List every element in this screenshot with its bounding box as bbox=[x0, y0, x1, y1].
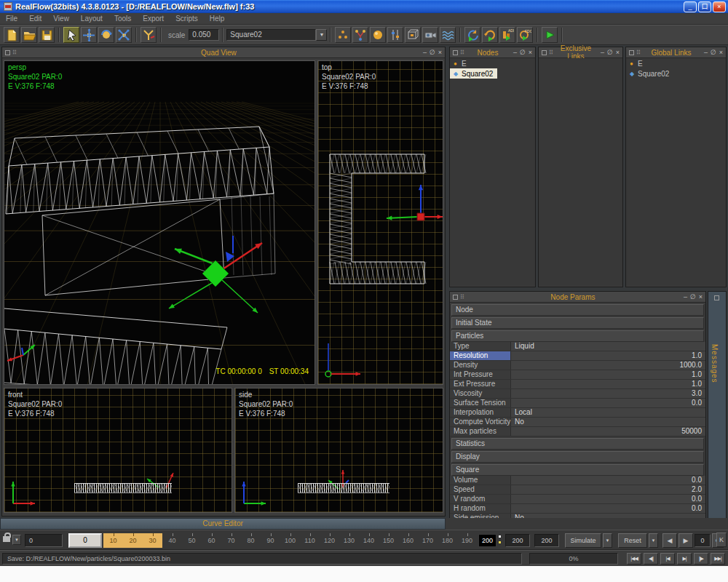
timeline-tick-20[interactable]: 20 bbox=[123, 533, 143, 548]
tree-item-e[interactable]: ●E bbox=[450, 58, 535, 68]
viewport-top[interactable]: top Square02 PAR:0 E V:376 F:748 bbox=[317, 60, 443, 385]
lock-icon[interactable] bbox=[3, 536, 10, 542]
menu-item-scripts[interactable]: Scripts bbox=[175, 15, 198, 23]
panel-grip-icon[interactable]: ⠿ bbox=[460, 50, 465, 55]
param-section-statistics[interactable]: Statistics bbox=[451, 438, 704, 450]
timeline-tick-140[interactable]: 140 bbox=[359, 533, 379, 548]
node-selector-dropdown-icon[interactable]: ▼ bbox=[316, 29, 327, 41]
timeline-tick-90[interactable]: 90 bbox=[261, 533, 280, 548]
timeline-offset-input[interactable]: 0 bbox=[25, 534, 63, 547]
run-simulation-button[interactable] bbox=[482, 27, 498, 43]
param-section-initial-state[interactable]: Initial State bbox=[451, 317, 704, 329]
timeline-tick-70[interactable]: 70 bbox=[221, 533, 241, 548]
scale-input[interactable]: 0.050 bbox=[189, 29, 219, 41]
param-value[interactable]: 1000.0 bbox=[511, 361, 705, 370]
param-value[interactable]: 0.0 bbox=[511, 495, 705, 503]
param-label[interactable]: Type bbox=[450, 342, 511, 351]
timeline-tick-180[interactable]: 180 bbox=[438, 533, 457, 548]
tree-item-square02[interactable]: ◆Square02 bbox=[626, 68, 726, 79]
panel-float-icon[interactable]: ∅ bbox=[607, 49, 613, 56]
current-frame-box[interactable]: 0 bbox=[68, 533, 102, 548]
timeline-tick-30[interactable]: 30 bbox=[143, 533, 162, 548]
goto-start-button[interactable]: |◀◀ bbox=[627, 553, 641, 565]
messages-tab[interactable]: Messages bbox=[711, 344, 719, 383]
param-value[interactable]: 3.0 bbox=[511, 389, 705, 398]
panel-close-icon[interactable]: × bbox=[438, 49, 442, 56]
new-scene-button[interactable] bbox=[4, 27, 20, 43]
open-scene-button[interactable] bbox=[21, 27, 37, 43]
param-label[interactable]: Interpolation bbox=[450, 408, 511, 417]
menu-item-tools[interactable]: Tools bbox=[114, 15, 131, 23]
panel-close-icon[interactable]: × bbox=[529, 49, 532, 56]
next-keyframe-button[interactable]: ||▶ bbox=[694, 553, 708, 565]
viewport-side[interactable]: side Square02 PAR:0 E V:376 F:748 bbox=[234, 388, 443, 513]
particles-view-button[interactable] bbox=[335, 27, 351, 43]
panel-dock-icon[interactable] bbox=[629, 50, 634, 55]
param-value[interactable]: 0.0 bbox=[511, 504, 705, 513]
range-marker-top[interactable] bbox=[498, 535, 502, 538]
global-params-button[interactable] bbox=[387, 27, 403, 43]
mesh-button[interactable] bbox=[405, 27, 421, 43]
menu-item-export[interactable]: Export bbox=[143, 15, 164, 23]
param-label[interactable]: Resolution bbox=[450, 351, 511, 360]
simulate-add-button[interactable]: ADD bbox=[499, 27, 515, 43]
timeline-tick-50[interactable]: 50 bbox=[182, 533, 202, 548]
panel-float-icon[interactable]: ∅ bbox=[690, 293, 696, 300]
step-back-button[interactable]: ◀ bbox=[662, 533, 677, 548]
param-section-node[interactable]: Node bbox=[451, 304, 704, 316]
timeline-options-dropdown-icon[interactable]: ▼ bbox=[12, 535, 21, 545]
camera-button[interactable] bbox=[422, 27, 438, 43]
param-section-display[interactable]: Display bbox=[451, 451, 704, 463]
save-scene-button[interactable] bbox=[39, 27, 55, 43]
simulate-button[interactable]: Simulate bbox=[565, 533, 601, 548]
sphere-object-button[interactable] bbox=[370, 27, 386, 43]
param-section-particles[interactable]: Particles bbox=[451, 330, 704, 342]
param-value[interactable]: 1.0 bbox=[511, 370, 705, 379]
panel-dock-icon[interactable] bbox=[5, 50, 10, 55]
tree-item-square02[interactable]: ◆Square02 bbox=[450, 68, 497, 79]
simulate-dropdown-icon[interactable]: ▼ bbox=[603, 533, 612, 548]
timeline-tick-150[interactable]: 150 bbox=[379, 533, 398, 548]
param-label[interactable]: Viscosity bbox=[450, 389, 511, 398]
param-label[interactable]: Surface Tension bbox=[450, 399, 511, 407]
panel-grip-icon[interactable]: ⠿ bbox=[549, 50, 554, 55]
panel-grip-icon[interactable]: ⠿ bbox=[12, 50, 17, 55]
param-label[interactable]: Max particles bbox=[450, 427, 511, 436]
param-label[interactable]: V random bbox=[450, 495, 511, 503]
param-value[interactable]: Local bbox=[511, 408, 705, 417]
timeline-tick-130[interactable]: 130 bbox=[339, 533, 359, 548]
reset-simulation-button[interactable] bbox=[464, 27, 480, 43]
panel-close-icon[interactable]: × bbox=[699, 293, 703, 300]
timeline-tick-100[interactable]: 100 bbox=[280, 533, 300, 548]
param-value[interactable]: 50000 bbox=[511, 427, 705, 436]
param-label[interactable]: Int Pressure bbox=[450, 370, 511, 379]
range-end-input[interactable]: 200 bbox=[534, 534, 559, 547]
param-label[interactable]: Density bbox=[450, 361, 511, 370]
param-label[interactable]: H random bbox=[450, 504, 511, 513]
scale-tool-button[interactable] bbox=[116, 27, 132, 43]
viewport-front[interactable]: front Square02 PAR:0 E V:376 F:748 bbox=[4, 388, 232, 513]
panel-close-icon[interactable]: × bbox=[719, 49, 723, 56]
timeline-tick-190[interactable]: 190 bbox=[457, 533, 477, 548]
param-label[interactable]: Compute Vorticity bbox=[450, 418, 511, 426]
messages-panel-icon[interactable] bbox=[714, 295, 719, 300]
panel-dock-icon[interactable] bbox=[542, 50, 547, 55]
panel-close-icon[interactable]: × bbox=[616, 49, 620, 56]
next-frame-button[interactable]: ▶| bbox=[677, 553, 692, 565]
range-start-input[interactable]: 200 bbox=[505, 534, 530, 547]
panel-float-icon[interactable]: ∅ bbox=[711, 49, 716, 56]
timeline-tick-80[interactable]: 80 bbox=[241, 533, 261, 548]
timeline-tick-10[interactable]: 10 bbox=[103, 533, 123, 548]
timeline-tick-120[interactable]: 120 bbox=[320, 533, 339, 548]
minimize-button[interactable]: _ bbox=[684, 1, 697, 12]
panel-float-icon[interactable]: ∅ bbox=[430, 49, 435, 56]
realwave-button[interactable] bbox=[440, 27, 456, 43]
panel-minimize-icon[interactable]: – bbox=[684, 293, 687, 300]
close-button[interactable]: × bbox=[713, 1, 726, 12]
play-button[interactable] bbox=[542, 27, 558, 43]
param-section-square[interactable]: Square bbox=[451, 464, 704, 476]
curve-editor-bar[interactable]: Curve Editor bbox=[0, 518, 446, 530]
menu-item-edit[interactable]: Edit bbox=[29, 15, 41, 23]
param-value[interactable]: 0.0 bbox=[511, 399, 705, 407]
menu-item-layout[interactable]: Layout bbox=[81, 15, 103, 23]
